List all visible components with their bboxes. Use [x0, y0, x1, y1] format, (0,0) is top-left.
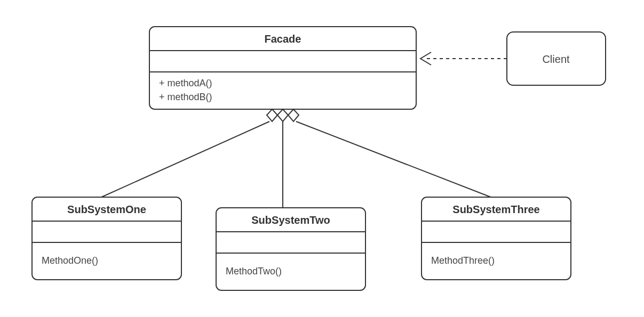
- class-subsystem-one: SubSystemOne MethodOne(): [32, 197, 181, 280]
- facade-method-a: + methodA(): [159, 78, 212, 88]
- aggregation-connectors: [101, 109, 491, 208]
- subsystem-one-method: MethodOne(): [42, 255, 98, 266]
- client-title: Client: [542, 53, 570, 65]
- uml-diagram: Facade + methodA() + methodB() Client Fa…: [0, 0, 644, 317]
- svg-marker-8: [277, 109, 288, 121]
- subsystem-three-method: MethodThree(): [431, 255, 495, 266]
- class-subsystem-three: SubSystemThree MethodThree(): [422, 197, 571, 280]
- class-facade: Facade + methodA() + methodB(): [149, 27, 416, 109]
- class-client: Client: [507, 32, 606, 85]
- subsystem-two-title: SubSystemTwo: [251, 214, 330, 226]
- svg-marker-6: [267, 109, 277, 121]
- subsystem-two-method: MethodTwo(): [226, 266, 282, 277]
- svg-line-5: [101, 121, 269, 197]
- facade-title: Facade: [265, 33, 301, 45]
- svg-line-9: [296, 121, 491, 197]
- facade-method-b: + methodB(): [159, 92, 212, 102]
- subsystem-one-title: SubSystemOne: [67, 204, 146, 215]
- class-subsystem-two: SubSystemTwo MethodTwo(): [216, 208, 365, 290]
- dependency-client-to-facade: [420, 52, 507, 65]
- subsystem-three-title: SubSystemThree: [452, 204, 539, 215]
- svg-marker-10: [288, 109, 299, 121]
